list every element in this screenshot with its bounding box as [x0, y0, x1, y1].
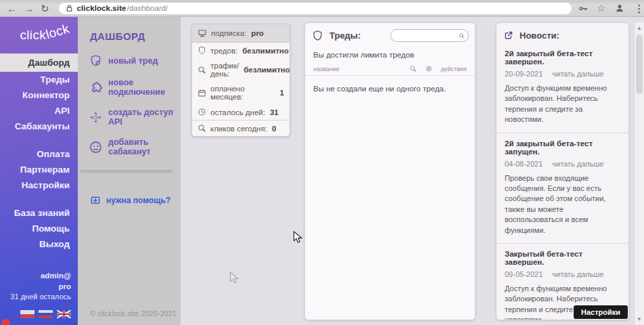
add-subaccount-label: добавить сабаканут	[108, 137, 181, 156]
account-email: admin@	[0, 271, 71, 282]
sidebar-item-knowledge-base[interactable]: База знаний	[0, 205, 78, 221]
subscription-label: подписка:	[211, 29, 246, 37]
threads-table-header: название ⊛ действия	[305, 62, 475, 76]
need-help-link[interactable]: нужна помощь?	[90, 195, 181, 206]
browser-actions: ☆ ⋮	[578, 3, 644, 14]
browser-menu-icon[interactable]: ⋮	[634, 3, 644, 14]
news-item-date: 09-05-2021	[505, 270, 543, 278]
news-item-body: Доступ к функциям временно заблокирован.…	[505, 83, 620, 125]
actions-panel-title: ДАШБОРД	[90, 30, 181, 42]
new-connection-link[interactable]: новое подключение	[89, 78, 181, 97]
uk-flag[interactable]	[57, 310, 71, 318]
page-content: clicklock Дашборд Треды Коннектор API Са…	[0, 17, 644, 325]
news-item-title: Закрытый бета-тест завершен.	[505, 250, 620, 266]
account-plan: pro	[0, 282, 71, 292]
settings-tooltip-button[interactable]: Настройки	[574, 305, 628, 319]
url-host: clicklock.site	[77, 4, 127, 12]
sidebar-item-help[interactable]: Помощь	[0, 221, 78, 236]
need-help-label: нужна помощь?	[106, 196, 170, 205]
sidebar-item-partners[interactable]: Партнерам	[0, 162, 78, 177]
sidebar-item-threads[interactable]: Треды	[0, 72, 78, 87]
threads-limit-value: безлимитно	[242, 47, 289, 55]
sidebar-item-dashboard[interactable]: Дашборд	[0, 53, 78, 72]
paid-months-value: 1	[280, 89, 284, 97]
create-api-access-link[interactable]: создать доступ API	[89, 108, 181, 127]
clicklock-logo: clicklock	[0, 17, 78, 53]
read-more-link[interactable]: читать дальше	[552, 270, 603, 278]
paid-months-row: оплачено месяцев: 1	[192, 81, 290, 104]
calendar-icon	[198, 89, 206, 98]
clock-icon	[198, 108, 206, 116]
profile-avatar-icon[interactable]	[614, 3, 625, 14]
back-icon[interactable]: ←	[7, 3, 17, 14]
recording-indicator-dot	[1, 319, 10, 325]
news-item: 2й закрытый бета-тест запущен. 04-08-202…	[497, 133, 628, 243]
sidebar-item-subaccounts[interactable]: Сабакаунты	[0, 118, 78, 134]
news-title: Новости:	[520, 30, 559, 41]
threads-limit-row: тредов: безлимитно	[192, 43, 290, 58]
shield-plus-icon	[89, 54, 102, 67]
scroll-down-icon[interactable]: ▼	[635, 316, 644, 322]
clicks-column-icon	[409, 65, 417, 72]
threads-panel: Треды: Вы достигли лимита тредов названи…	[304, 22, 476, 320]
new-thread-link[interactable]: новый тред	[89, 54, 181, 67]
subscription-header: подписка: pro	[192, 24, 290, 43]
days-left-row: осталось дней: 31	[192, 104, 290, 120]
traffic-value: безлимитно	[244, 66, 290, 74]
subscription-value: pro	[251, 29, 264, 37]
threads-limit-label: тредов:	[210, 47, 237, 55]
dashboard-actions-panel: ДАШБОРД новый тред новое подключение соз…	[78, 17, 181, 325]
browser-toolbar: ← → ↻ clicklock.site /dashboard/ ☆ ⋮	[0, 0, 644, 17]
scroll-up-icon[interactable]: ▲	[635, 25, 644, 31]
panel-divider	[80, 170, 172, 171]
subscription-card: подписка: pro тредов: безлимитно трафик/…	[191, 24, 290, 137]
address-bar[interactable]: clicklock.site /dashboard/	[59, 3, 572, 14]
threads-empty-message: Вы не создали еще ни одного треда.	[305, 76, 475, 102]
copyright-text: © clicklock.site 2020-2021	[78, 309, 181, 325]
search-icon[interactable]	[459, 32, 465, 40]
sidebar-item-settings[interactable]: Настройки	[0, 177, 78, 193]
sidebar-item-connector[interactable]: Коннектор	[0, 87, 78, 103]
news-item-title: 2й закрытый бета-тест запущен.	[505, 139, 620, 156]
logo-part2: lock	[44, 22, 71, 43]
account-info: admin@ pro 31 дней осталось	[0, 271, 78, 302]
threads-search-box[interactable]	[390, 29, 469, 42]
news-item-date: 04-08-2021	[505, 160, 543, 168]
sidebar-item-logout[interactable]: Выход	[0, 236, 78, 252]
clicks-today-row: кликов сегодня: 0	[192, 120, 290, 136]
help-plus-icon	[90, 195, 101, 206]
main-area: подписка: pro тредов: безлимитно трафик/…	[181, 17, 644, 325]
forward-icon[interactable]: →	[24, 3, 34, 14]
clicks-today-label: кликов сегодня:	[210, 125, 267, 133]
account-days-left: 31 дней осталось	[0, 292, 71, 302]
external-link-icon	[503, 30, 513, 41]
add-subaccount-link[interactable]: добавить сабаканут	[89, 137, 181, 156]
click-icon	[198, 124, 206, 133]
poland-flag[interactable]	[20, 310, 34, 318]
threads-header: Треды:	[305, 23, 475, 46]
bookmark-star-icon[interactable]: ☆	[597, 3, 606, 13]
key-icon[interactable]	[578, 3, 589, 14]
russia-flag[interactable]	[39, 310, 53, 318]
window-scrollbar[interactable]: ▲ ▼	[634, 22, 644, 325]
new-connection-label: новое подключение	[108, 78, 181, 97]
threads-search-input[interactable]	[396, 32, 459, 40]
read-more-link[interactable]: читать дальше	[552, 70, 603, 78]
puzzle-icon	[89, 81, 102, 94]
reload-icon[interactable]: ↻	[41, 3, 49, 14]
column-actions: действия	[440, 66, 467, 72]
scrollbar-thumb[interactable]	[636, 35, 643, 94]
shield-icon	[198, 46, 206, 55]
days-left-value: 31	[270, 108, 279, 116]
url-path: /dashboard/	[127, 4, 168, 12]
news-item-date: 20-09-2021	[505, 70, 543, 78]
new-thread-label: новый тред	[108, 56, 158, 66]
monitor-icon	[198, 28, 207, 38]
news-item: 2й закрытый бета-тест завершен. 20-09-20…	[497, 47, 628, 133]
sidebar: clicklock Дашборд Треды Коннектор API Са…	[0, 17, 78, 325]
lock-icon	[66, 4, 73, 12]
language-switcher	[0, 302, 78, 325]
sidebar-item-payment[interactable]: Оплата	[0, 146, 78, 162]
read-more-link[interactable]: читать дальше	[552, 160, 603, 168]
sidebar-item-api[interactable]: API	[0, 103, 78, 118]
